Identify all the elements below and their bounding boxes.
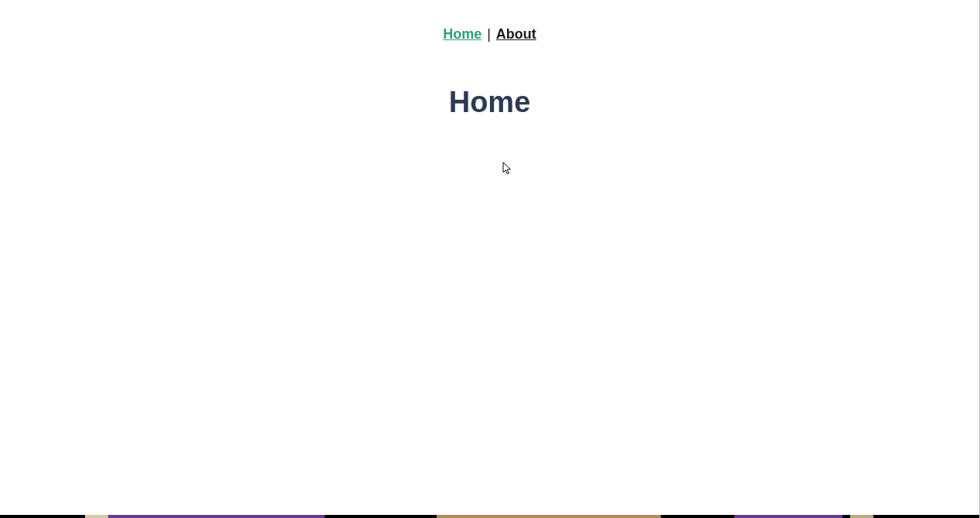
nav-link-about[interactable]: About: [496, 26, 536, 42]
page-title: Home: [0, 86, 979, 119]
nav-separator: |: [481, 26, 496, 42]
bottom-accent-bar: [0, 515, 979, 518]
top-nav: Home | About: [0, 0, 979, 43]
mouse-cursor-icon: [502, 162, 513, 176]
nav-link-home[interactable]: Home: [443, 26, 481, 42]
